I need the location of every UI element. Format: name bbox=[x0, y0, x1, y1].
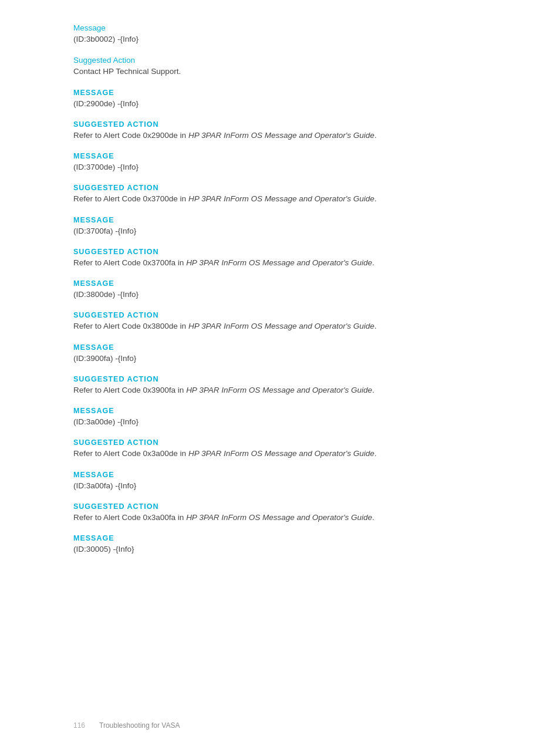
italic-text-7: HP 3PAR InForm OS Message and Operator's… bbox=[188, 449, 375, 458]
section-7: MESSAGE (ID:3a00de) -{Info} bbox=[73, 407, 487, 428]
suggested-content-5: Refer to Alert Code 0x3800de in HP 3PAR … bbox=[73, 320, 487, 332]
italic-text-4: HP 3PAR InForm OS Message and Operator's… bbox=[186, 258, 372, 267]
suggested-section-5: SUGGESTED ACTION Refer to Alert Code 0x3… bbox=[73, 311, 487, 332]
section-8: MESSAGE (ID:3a00fa) -{Info} bbox=[73, 471, 487, 492]
italic-text-3: HP 3PAR InForm OS Message and Operator's… bbox=[188, 194, 375, 203]
footer-text: Troubleshooting for VASA bbox=[99, 721, 180, 730]
message-content-2: (ID:2900de) -{Info} bbox=[73, 98, 487, 110]
suggested-section-2: SUGGESTED ACTION Refer to Alert Code 0x2… bbox=[73, 120, 487, 141]
message-content-9: (ID:30005) -{Info} bbox=[73, 544, 487, 555]
suggested-section-7: SUGGESTED ACTION Refer to Alert Code 0x3… bbox=[73, 438, 487, 460]
message-content-5: (ID:3800de) -{Info} bbox=[73, 289, 487, 301]
suggested-section-1: Suggested Action Contact HP Technical Su… bbox=[73, 56, 487, 77]
suggested-label-6: SUGGESTED ACTION bbox=[73, 375, 487, 383]
suggested-content-7: Refer to Alert Code 0x3a00de in HP 3PAR … bbox=[73, 448, 487, 460]
message-content-4: (ID:3700fa) -{Info} bbox=[73, 225, 487, 237]
suggested-label-7: SUGGESTED ACTION bbox=[73, 438, 487, 447]
italic-text-5: HP 3PAR InForm OS Message and Operator's… bbox=[188, 322, 375, 330]
message-label-3: MESSAGE bbox=[73, 152, 487, 160]
italic-text-8: HP 3PAR InForm OS Message and Operator's… bbox=[186, 513, 372, 522]
footer: 116 Troubleshooting for VASA bbox=[0, 721, 560, 730]
suggested-label-3: SUGGESTED ACTION bbox=[73, 184, 487, 192]
footer-page-number: 116 bbox=[73, 721, 85, 730]
message-content-3: (ID:3700de) -{Info} bbox=[73, 161, 487, 173]
suggested-content-2: Refer to Alert Code 0x2900de in HP 3PAR … bbox=[73, 130, 487, 141]
message-label-7: MESSAGE bbox=[73, 407, 487, 415]
message-content-1: (ID:3b0002) -{Info} bbox=[73, 33, 487, 45]
suggested-content-8: Refer to Alert Code 0x3a00fa in HP 3PAR … bbox=[73, 512, 487, 524]
suggested-content-6: Refer to Alert Code 0x3900fa in HP 3PAR … bbox=[73, 384, 487, 396]
suggested-label-4: SUGGESTED ACTION bbox=[73, 248, 487, 256]
section-3: MESSAGE (ID:3700de) -{Info} bbox=[73, 152, 487, 173]
section-6: MESSAGE (ID:3900fa) -{Info} bbox=[73, 343, 487, 364]
message-label-2: MESSAGE bbox=[73, 89, 487, 97]
section-1: Message (ID:3b0002) -{Info} bbox=[73, 23, 487, 45]
suggested-content-4: Refer to Alert Code 0x3700fa in HP 3PAR … bbox=[73, 257, 487, 269]
message-label-4: MESSAGE bbox=[73, 216, 487, 224]
message-content-7: (ID:3a00de) -{Info} bbox=[73, 416, 487, 428]
suggested-label-2: SUGGESTED ACTION bbox=[73, 120, 487, 129]
section-9: MESSAGE (ID:30005) -{Info} bbox=[73, 534, 487, 555]
page-content: Message (ID:3b0002) -{Info} Suggested Ac… bbox=[0, 0, 560, 601]
message-label-5: MESSAGE bbox=[73, 279, 487, 288]
suggested-content-1: Contact HP Technical Support. bbox=[73, 66, 487, 77]
suggested-content-3: Refer to Alert Code 0x3700de in HP 3PAR … bbox=[73, 193, 487, 205]
suggested-section-3: SUGGESTED ACTION Refer to Alert Code 0x3… bbox=[73, 184, 487, 205]
italic-text-2: HP 3PAR InForm OS Message and Operator's… bbox=[188, 131, 375, 140]
suggested-label-8: SUGGESTED ACTION bbox=[73, 502, 487, 511]
message-label-9: MESSAGE bbox=[73, 534, 487, 542]
message-label-1: Message bbox=[73, 23, 487, 32]
section-2: MESSAGE (ID:2900de) -{Info} bbox=[73, 89, 487, 110]
section-4: MESSAGE (ID:3700fa) -{Info} bbox=[73, 216, 487, 237]
suggested-section-4: SUGGESTED ACTION Refer to Alert Code 0x3… bbox=[73, 248, 487, 269]
suggested-section-6: SUGGESTED ACTION Refer to Alert Code 0x3… bbox=[73, 375, 487, 396]
message-content-8: (ID:3a00fa) -{Info} bbox=[73, 480, 487, 492]
italic-text-6: HP 3PAR InForm OS Message and Operator's… bbox=[186, 386, 372, 394]
message-label-8: MESSAGE bbox=[73, 471, 487, 479]
suggested-label-5: SUGGESTED ACTION bbox=[73, 311, 487, 319]
message-content-6: (ID:3900fa) -{Info} bbox=[73, 353, 487, 364]
message-label-6: MESSAGE bbox=[73, 343, 487, 352]
section-5: MESSAGE (ID:3800de) -{Info} bbox=[73, 279, 487, 301]
suggested-section-8: SUGGESTED ACTION Refer to Alert Code 0x3… bbox=[73, 502, 487, 524]
suggested-label-1: Suggested Action bbox=[73, 56, 487, 65]
